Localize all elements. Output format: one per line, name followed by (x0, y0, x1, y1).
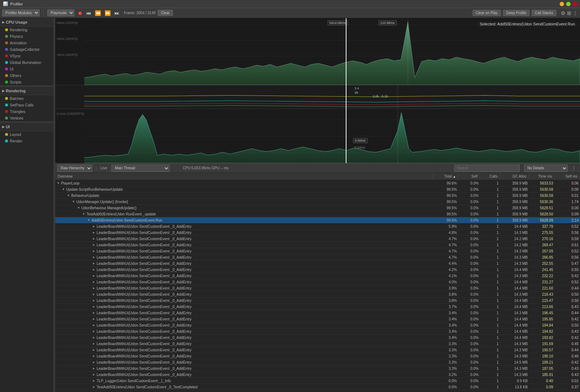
table-row[interactable]: ► LeaderBoardWithUi(Udon SendCustomEvent… (55, 372, 580, 378)
td-calls: 1 (480, 317, 500, 321)
sidebar-item-ui[interactable]: UI (0, 66, 53, 72)
table-row[interactable]: ► LeaderBoardWithUi(Udon SendCustomEvent… (55, 285, 580, 291)
table-row[interactable]: ▼ UdonManager.Update() [Invoke] 99.5% 0.… (55, 199, 580, 205)
th-self[interactable]: Self (458, 173, 480, 180)
ui-section[interactable]: ▸ UI (0, 123, 53, 131)
sidebar-render-item-vertices[interactable]: Vertices (0, 115, 53, 121)
table-body[interactable]: ▼ PlayerLoop 99.6% 0.0% 1 358.9 MB 5633.… (55, 180, 580, 392)
td-gcalloc: 14.4 MB (500, 225, 529, 229)
table-row[interactable]: ▼ Add50Entries(Udon SendCustomEvent Run … (55, 217, 580, 223)
prev-frame-button[interactable]: ⏮ (85, 9, 92, 17)
deep-profile-button[interactable]: Deep Profile (503, 10, 530, 16)
table-row[interactable]: ► LeaderBoardWithUi(Udon SendCustomEvent… (55, 322, 580, 328)
table-row[interactable]: ► LeaderBoardWithUi(Udon SendCustomEvent… (55, 254, 580, 260)
td-name: ▼ Update.ScriptRunBehaviourUpdate (55, 187, 433, 191)
clear-on-play-button[interactable]: Clear on Play (472, 10, 501, 16)
table-row[interactable]: ► LeaderBoardWithUi(Udon SendCustomEvent… (55, 304, 580, 310)
tree-arrow: ► (92, 280, 97, 284)
table-row[interactable]: ► LeaderBoardWithUi(Udon SendCustomEvent… (55, 298, 580, 304)
rendering-chart[interactable]: 3.4 38 2.0k 5.1k (55, 85, 580, 109)
sidebar-item-vsync[interactable]: VSync (0, 53, 53, 59)
td-self: 0.0% (458, 286, 480, 290)
clear-button[interactable]: Clear (158, 10, 173, 16)
table-row[interactable]: ▼ TestAdd50Entries(Udon RunEvent _update… (55, 211, 580, 217)
table-row[interactable]: ► TLP_Logger(Udon SendCustomEvent _1_Inf… (55, 378, 580, 384)
sidebar-item-animation[interactable]: Animation (0, 40, 53, 46)
three-dots-icon[interactable]: ⋮ (573, 10, 578, 16)
sidebar-ui-item-layout[interactable]: Layout (0, 131, 53, 138)
table-row[interactable]: ► LeaderBoardWithUi(Udon SendCustomEvent… (55, 279, 580, 285)
close-button[interactable] (573, 2, 577, 6)
td-self: 0.0% (458, 268, 480, 272)
rendering-section[interactable]: ▸ Rendering (0, 87, 53, 95)
ui-chart[interactable]: 0.1ms (10000FPS) (55, 109, 580, 163)
table-row[interactable]: ► LeaderBoardWithUi(Udon SendCustomEvent… (55, 316, 580, 322)
td-gcalloc: 13.8 KB (500, 385, 529, 389)
table-row[interactable]: ► LeaderBoardWithUi(Udon SendCustomEvent… (55, 359, 580, 365)
table-row[interactable]: ► LeaderBoardWithUi(Udon SendCustomEvent… (55, 267, 580, 273)
table-row[interactable]: ► LeaderBoardWithUi(Udon SendCustomEvent… (55, 291, 580, 298)
table-row[interactable]: ► LeaderBoardWithUi(Udon SendCustomEvent… (55, 365, 580, 372)
td-selfms: 0.43 (555, 305, 580, 309)
table-row[interactable]: ► LeaderBoardWithUi(Udon SendCustomEvent… (55, 353, 580, 359)
table-row[interactable]: ► TestAdd50Entries(Udon SendCustomEvent … (55, 384, 580, 390)
table-row[interactable]: ▼ PlayerLoop 99.6% 0.0% 1 358.9 MB 5633.… (55, 180, 580, 186)
sidebar-ui-item-render[interactable]: Render (0, 138, 53, 144)
table-row[interactable]: ► LeaderBoardWithUi(Udon SendCustomEvent… (55, 236, 580, 242)
hierarchy-mode-select[interactable]: Raw Hierarchy (57, 165, 92, 172)
playmode-select[interactable]: Playmode (47, 9, 74, 16)
hierarchy-options-icon[interactable]: ⋮ (570, 165, 578, 171)
sidebar-item-others[interactable]: Others (0, 72, 53, 79)
search-input[interactable] (454, 165, 520, 172)
table-row[interactable]: ► LeaderBoardWithUi(Udon SendCustomEvent… (55, 223, 580, 230)
td-name: ► LeaderBoardWithUi(Udon SendCustomEvent… (55, 336, 433, 340)
profiler-modules-select[interactable]: Profiler Modules (2, 9, 40, 16)
th-overview[interactable]: Overview (55, 173, 433, 180)
th-gcalloc[interactable]: GC Alloc (500, 173, 529, 180)
table-row[interactable]: ▼ BehaviourUpdate 99.5% 0.0% 1 358.9 MB … (55, 193, 580, 199)
cpu-usage-section[interactable]: ▸ CPU Usage (0, 18, 53, 27)
table-row[interactable]: ► LeaderBoardWithUi(Udon SendCustomEvent… (55, 347, 580, 353)
td-total: 3.3% (433, 360, 458, 364)
sidebar-item-scripts[interactable]: Scripts (0, 79, 53, 85)
table-row[interactable]: ▼ UdonBehaviour.ManagedUpdate() 99.5% 0.… (55, 205, 580, 211)
settings-icon[interactable]: ⚙ (561, 10, 565, 16)
maximize-button[interactable] (566, 2, 571, 6)
sidebar-item-physics[interactable]: Physics (0, 33, 53, 40)
table-row[interactable]: ► LeaderBoardWithUi(Udon SendCustomEvent… (55, 310, 580, 316)
sidebar-render-item-batches[interactable]: Batches (0, 95, 53, 102)
table-row[interactable]: ► LeaderBoardWithUi(Udon SendCustomEvent… (55, 242, 580, 248)
details-select[interactable]: No Details (524, 165, 568, 172)
sidebar-item-rendering[interactable]: Rendering (0, 27, 53, 33)
step-back-button[interactable]: ⏪ (94, 9, 102, 17)
th-total[interactable]: Total (433, 173, 458, 180)
sidebar-render-item-triangles[interactable]: Triangles (0, 108, 53, 115)
cpu-chart[interactable]: 66ms (15FPS) 33ms (30FPS) 16ms (60FPS) (55, 18, 580, 85)
td-selfms: 0.01 (555, 379, 580, 383)
row-name-text: TestAdd50Entries(Udon SendCustomEvent _0… (97, 385, 198, 389)
chart-area[interactable]: 66ms (15FPS) 33ms (30FPS) 16ms (60FPS) (55, 18, 580, 163)
step-fwd-button[interactable]: ⏩ (104, 9, 111, 17)
table-row[interactable]: ► LeaderBoardWithUi(Udon SendCustomEvent… (55, 273, 580, 279)
th-calls[interactable]: Calls (480, 173, 500, 180)
table-row[interactable]: ► LeaderBoardWithUi(Udon SendCustomEvent… (55, 335, 580, 341)
record-button[interactable]: ⏺ (77, 9, 83, 17)
td-timems: 0.09 (529, 385, 555, 389)
th-timems[interactable]: Time ms (529, 173, 555, 180)
thread-select[interactable]: Main Thread (111, 165, 170, 172)
call-stacks-button[interactable]: Call Stacks (532, 10, 556, 16)
sidebar-render-item-setpass-calls[interactable]: SetPass Calls (0, 102, 53, 108)
table-row[interactable]: ► LeaderBoardWithUi(Udon SendCustomEvent… (55, 328, 580, 335)
table-row[interactable]: ► LeaderBoardWithUi(Udon SendCustomEvent… (55, 341, 580, 347)
th-selfms[interactable]: Self ms (555, 173, 580, 180)
sidebar-item-garbagecollector[interactable]: GarbageCollector (0, 46, 53, 53)
minimize-button[interactable] (560, 2, 564, 6)
table-row[interactable]: ► LeaderBoardWithUi(Udon SendCustomEvent… (55, 260, 580, 267)
table-row[interactable]: ▼ Update.ScriptRunBehaviourUpdate 99.5% … (55, 186, 580, 193)
td-name: ► LeaderBoardWithUi(Udon SendCustomEvent… (55, 373, 433, 377)
table-row[interactable]: ► LeaderBoardWithUi(Udon SendCustomEvent… (55, 230, 580, 236)
layout-icon[interactable]: ⊞ (567, 10, 571, 16)
table-row[interactable]: ► LeaderBoardWithUi(Udon SendCustomEvent… (55, 248, 580, 254)
sidebar-item-global-illumination[interactable]: Global Illumination (0, 59, 53, 66)
last-frame-button[interactable]: ⏭ (114, 9, 120, 17)
